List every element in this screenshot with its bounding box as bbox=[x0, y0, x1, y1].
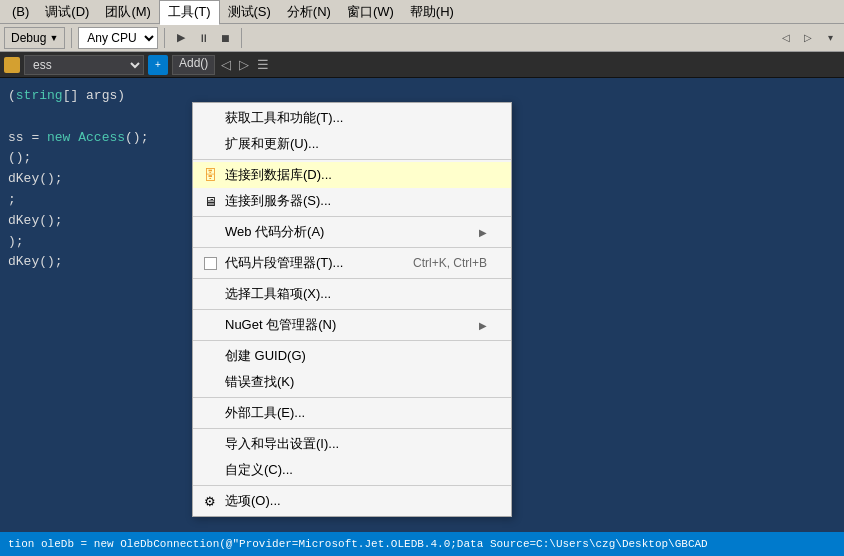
snippet-icon bbox=[201, 254, 219, 272]
add-method-button[interactable]: Add() bbox=[172, 55, 215, 75]
nuget-arrow: ▶ bbox=[479, 320, 487, 331]
error-lookup-label: 错误查找(K) bbox=[225, 373, 294, 391]
options-icon: ⚙ bbox=[201, 492, 219, 510]
debug-label: Debug bbox=[11, 31, 46, 45]
editor-nav-fwd-icon[interactable]: ▷ bbox=[237, 57, 251, 72]
menu-tools[interactable]: 工具(T) bbox=[159, 0, 220, 25]
menu-item-options[interactable]: ⚙ 选项(O)... bbox=[193, 488, 511, 514]
stop-icon[interactable]: ⏹ bbox=[215, 28, 235, 48]
web-analysis-label: Web 代码分析(A) bbox=[225, 223, 324, 241]
debug-button[interactable]: Debug ▼ bbox=[4, 27, 65, 49]
class-select[interactable]: ess bbox=[24, 55, 144, 75]
menu-debug[interactable]: 调试(D) bbox=[37, 1, 97, 23]
menu-item-get-tools[interactable]: 获取工具和功能(T)... bbox=[193, 105, 511, 131]
menu-item-snippet-manager[interactable]: 代码片段管理器(T)... Ctrl+K, Ctrl+B bbox=[193, 250, 511, 276]
connect-server-label: 连接到服务器(S)... bbox=[225, 192, 331, 210]
cpu-select[interactable]: Any CPU bbox=[78, 27, 158, 49]
menu-b[interactable]: (B) bbox=[4, 2, 37, 21]
dropdown-overlay: 获取工具和功能(T)... 扩展和更新(U)... 🗄 连接到数据库(D)...… bbox=[0, 102, 844, 478]
nav-menu-icon[interactable]: ▾ bbox=[820, 28, 840, 48]
menu-item-customize[interactable]: 自定义(C)... bbox=[193, 457, 511, 483]
menu-item-connect-db[interactable]: 🗄 连接到数据库(D)... bbox=[193, 162, 511, 188]
menu-bar: (B) 调试(D) 团队(M) 工具(T) 测试(S) 分析(N) 窗口(W) … bbox=[0, 0, 844, 24]
main-area: (string[] args) ss = new Access(); (); d… bbox=[0, 78, 844, 478]
menu-item-connect-server[interactable]: 🖥 连接到服务器(S)... bbox=[193, 188, 511, 214]
checkbox-icon bbox=[204, 257, 217, 270]
toolbar-sep1 bbox=[71, 28, 72, 48]
web-analysis-arrow: ▶ bbox=[479, 227, 487, 238]
editor-menu-icon[interactable]: ☰ bbox=[255, 57, 271, 72]
play-icon[interactable]: ▶ bbox=[171, 28, 191, 48]
connect-db-icon: 🗄 bbox=[201, 166, 219, 184]
divider-4 bbox=[193, 278, 511, 279]
divider-7 bbox=[193, 397, 511, 398]
connect-server-icon: 🖥 bbox=[201, 192, 219, 210]
snippet-shortcut: Ctrl+K, Ctrl+B bbox=[413, 256, 487, 270]
menu-item-extensions[interactable]: 扩展和更新(U)... bbox=[193, 131, 511, 157]
menu-item-error-lookup[interactable]: 错误查找(K) bbox=[193, 369, 511, 395]
bottom-code-text: tion oleDb = new OleDbConnection(@"Provi… bbox=[8, 538, 708, 550]
connect-db-label: 连接到数据库(D)... bbox=[225, 166, 332, 184]
extensions-label: 扩展和更新(U)... bbox=[225, 135, 319, 153]
toolbar-right-icons: ◁ ▷ ▾ bbox=[776, 28, 840, 48]
nuget-label: NuGet 包管理器(N) bbox=[225, 316, 336, 334]
menu-help[interactable]: 帮助(H) bbox=[402, 1, 462, 23]
import-export-label: 导入和导出设置(I)... bbox=[225, 435, 339, 453]
menu-item-import-export[interactable]: 导入和导出设置(I)... bbox=[193, 431, 511, 457]
pause-icon[interactable]: ⏸ bbox=[193, 28, 213, 48]
toolbar-icons: ▶ ⏸ ⏹ bbox=[171, 28, 235, 48]
toolbar-sep2 bbox=[164, 28, 165, 48]
menu-item-web-analysis[interactable]: Web 代码分析(A) ▶ bbox=[193, 219, 511, 245]
divider-3 bbox=[193, 247, 511, 248]
divider-6 bbox=[193, 340, 511, 341]
bottom-status-bar: tion oleDb = new OleDbConnection(@"Provi… bbox=[0, 532, 844, 556]
menu-window[interactable]: 窗口(W) bbox=[339, 1, 402, 23]
menu-item-nuget[interactable]: NuGet 包管理器(N) ▶ bbox=[193, 312, 511, 338]
gear-icon: ⚙ bbox=[204, 494, 216, 509]
divider-1 bbox=[193, 159, 511, 160]
menu-test[interactable]: 测试(S) bbox=[220, 1, 279, 23]
editor-nav-back-icon[interactable]: ◁ bbox=[219, 57, 233, 72]
divider-5 bbox=[193, 309, 511, 310]
menu-item-external-tools[interactable]: 外部工具(E)... bbox=[193, 400, 511, 426]
debug-arrow: ▼ bbox=[49, 33, 58, 43]
nav-fwd-icon[interactable]: ▷ bbox=[798, 28, 818, 48]
customize-label: 自定义(C)... bbox=[225, 461, 293, 479]
main-toolbar: Debug ▼ Any CPU ▶ ⏸ ⏹ ◁ ▷ ▾ bbox=[0, 24, 844, 52]
add-icon[interactable]: + bbox=[148, 55, 168, 75]
editor-toolbar: ess + Add() ◁ ▷ ☰ bbox=[0, 52, 844, 78]
nav-back-icon[interactable]: ◁ bbox=[776, 28, 796, 48]
menu-item-create-guid[interactable]: 创建 GUID(G) bbox=[193, 343, 511, 369]
divider-8 bbox=[193, 428, 511, 429]
external-tools-label: 外部工具(E)... bbox=[225, 404, 305, 422]
project-icon bbox=[4, 57, 20, 73]
menu-analyze[interactable]: 分析(N) bbox=[279, 1, 339, 23]
create-guid-label: 创建 GUID(G) bbox=[225, 347, 306, 365]
tools-dropdown-menu: 获取工具和功能(T)... 扩展和更新(U)... 🗄 连接到数据库(D)...… bbox=[192, 102, 512, 517]
divider-9 bbox=[193, 485, 511, 486]
options-label: 选项(O)... bbox=[225, 492, 281, 510]
snippet-manager-label: 代码片段管理器(T)... bbox=[225, 254, 343, 272]
get-tools-label: 获取工具和功能(T)... bbox=[225, 109, 343, 127]
menu-team[interactable]: 团队(M) bbox=[97, 1, 159, 23]
divider-2 bbox=[193, 216, 511, 217]
menu-item-choose-toolbox[interactable]: 选择工具箱项(X)... bbox=[193, 281, 511, 307]
choose-toolbox-label: 选择工具箱项(X)... bbox=[225, 285, 331, 303]
toolbar-sep3 bbox=[241, 28, 242, 48]
